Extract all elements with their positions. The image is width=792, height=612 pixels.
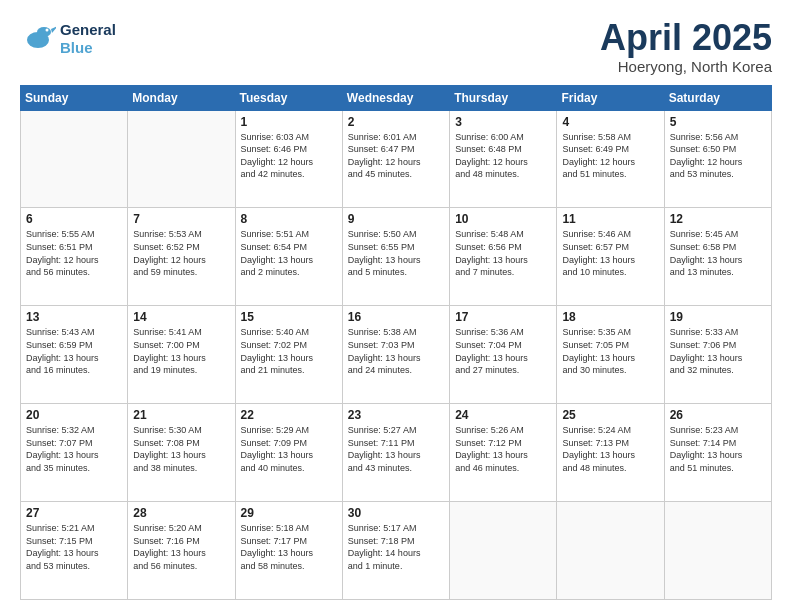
week-row-2: 6Sunrise: 5:55 AM Sunset: 6:51 PM Daylig… [21,208,772,306]
day-number: 14 [133,310,229,324]
day-cell: 14Sunrise: 5:41 AM Sunset: 7:00 PM Dayli… [128,306,235,404]
day-cell [128,110,235,208]
day-info: Sunrise: 5:56 AM Sunset: 6:50 PM Dayligh… [670,131,766,181]
day-info: Sunrise: 5:46 AM Sunset: 6:57 PM Dayligh… [562,228,658,278]
day-info: Sunrise: 5:30 AM Sunset: 7:08 PM Dayligh… [133,424,229,474]
day-number: 1 [241,115,337,129]
day-cell [557,502,664,600]
day-number: 7 [133,212,229,226]
day-info: Sunrise: 5:53 AM Sunset: 6:52 PM Dayligh… [133,228,229,278]
day-info: Sunrise: 5:21 AM Sunset: 7:15 PM Dayligh… [26,522,122,572]
day-cell: 3Sunrise: 6:00 AM Sunset: 6:48 PM Daylig… [450,110,557,208]
day-info: Sunrise: 6:03 AM Sunset: 6:46 PM Dayligh… [241,131,337,181]
day-info: Sunrise: 5:45 AM Sunset: 6:58 PM Dayligh… [670,228,766,278]
col-header-tuesday: Tuesday [235,85,342,110]
day-number: 12 [670,212,766,226]
day-info: Sunrise: 5:24 AM Sunset: 7:13 PM Dayligh… [562,424,658,474]
day-cell: 6Sunrise: 5:55 AM Sunset: 6:51 PM Daylig… [21,208,128,306]
day-number: 23 [348,408,444,422]
day-cell: 23Sunrise: 5:27 AM Sunset: 7:11 PM Dayli… [342,404,449,502]
svg-point-1 [37,27,51,37]
svg-marker-2 [51,26,56,33]
title-block: April 2025 Hoeryong, North Korea [600,18,772,75]
day-info: Sunrise: 5:40 AM Sunset: 7:02 PM Dayligh… [241,326,337,376]
day-number: 24 [455,408,551,422]
week-row-1: 1Sunrise: 6:03 AM Sunset: 6:46 PM Daylig… [21,110,772,208]
day-number: 21 [133,408,229,422]
col-header-wednesday: Wednesday [342,85,449,110]
day-number: 22 [241,408,337,422]
day-number: 5 [670,115,766,129]
day-info: Sunrise: 5:20 AM Sunset: 7:16 PM Dayligh… [133,522,229,572]
day-cell: 9Sunrise: 5:50 AM Sunset: 6:55 PM Daylig… [342,208,449,306]
day-number: 30 [348,506,444,520]
day-cell: 7Sunrise: 5:53 AM Sunset: 6:52 PM Daylig… [128,208,235,306]
day-info: Sunrise: 5:48 AM Sunset: 6:56 PM Dayligh… [455,228,551,278]
day-number: 4 [562,115,658,129]
day-cell: 17Sunrise: 5:36 AM Sunset: 7:04 PM Dayli… [450,306,557,404]
day-number: 28 [133,506,229,520]
day-number: 11 [562,212,658,226]
week-row-3: 13Sunrise: 5:43 AM Sunset: 6:59 PM Dayli… [21,306,772,404]
day-number: 15 [241,310,337,324]
logo: General Blue [20,18,116,59]
day-number: 27 [26,506,122,520]
day-number: 13 [26,310,122,324]
day-cell: 22Sunrise: 5:29 AM Sunset: 7:09 PM Dayli… [235,404,342,502]
day-info: Sunrise: 5:51 AM Sunset: 6:54 PM Dayligh… [241,228,337,278]
day-cell: 15Sunrise: 5:40 AM Sunset: 7:02 PM Dayli… [235,306,342,404]
day-cell: 5Sunrise: 5:56 AM Sunset: 6:50 PM Daylig… [664,110,771,208]
month-title: April 2025 [600,18,772,58]
page: General Blue April 2025 Hoeryong, North … [0,0,792,612]
day-number: 6 [26,212,122,226]
day-number: 17 [455,310,551,324]
day-cell: 18Sunrise: 5:35 AM Sunset: 7:05 PM Dayli… [557,306,664,404]
day-number: 3 [455,115,551,129]
day-info: Sunrise: 5:18 AM Sunset: 7:17 PM Dayligh… [241,522,337,572]
col-header-monday: Monday [128,85,235,110]
day-info: Sunrise: 6:00 AM Sunset: 6:48 PM Dayligh… [455,131,551,181]
day-info: Sunrise: 5:50 AM Sunset: 6:55 PM Dayligh… [348,228,444,278]
day-cell: 28Sunrise: 5:20 AM Sunset: 7:16 PM Dayli… [128,502,235,600]
day-info: Sunrise: 5:26 AM Sunset: 7:12 PM Dayligh… [455,424,551,474]
col-header-thursday: Thursday [450,85,557,110]
day-cell [664,502,771,600]
week-row-5: 27Sunrise: 5:21 AM Sunset: 7:15 PM Dayli… [21,502,772,600]
day-info: Sunrise: 5:38 AM Sunset: 7:03 PM Dayligh… [348,326,444,376]
day-cell: 8Sunrise: 5:51 AM Sunset: 6:54 PM Daylig… [235,208,342,306]
day-number: 19 [670,310,766,324]
logo-bird-icon [20,18,56,59]
svg-point-3 [46,29,49,32]
day-info: Sunrise: 5:33 AM Sunset: 7:06 PM Dayligh… [670,326,766,376]
day-cell: 21Sunrise: 5:30 AM Sunset: 7:08 PM Dayli… [128,404,235,502]
day-cell: 2Sunrise: 6:01 AM Sunset: 6:47 PM Daylig… [342,110,449,208]
day-info: Sunrise: 6:01 AM Sunset: 6:47 PM Dayligh… [348,131,444,181]
day-cell: 26Sunrise: 5:23 AM Sunset: 7:14 PM Dayli… [664,404,771,502]
calendar-table: SundayMondayTuesdayWednesdayThursdayFrid… [20,85,772,600]
day-number: 29 [241,506,337,520]
day-cell: 25Sunrise: 5:24 AM Sunset: 7:13 PM Dayli… [557,404,664,502]
day-cell: 27Sunrise: 5:21 AM Sunset: 7:15 PM Dayli… [21,502,128,600]
day-number: 2 [348,115,444,129]
day-cell [21,110,128,208]
day-number: 9 [348,212,444,226]
day-cell: 11Sunrise: 5:46 AM Sunset: 6:57 PM Dayli… [557,208,664,306]
day-info: Sunrise: 5:43 AM Sunset: 6:59 PM Dayligh… [26,326,122,376]
day-cell: 16Sunrise: 5:38 AM Sunset: 7:03 PM Dayli… [342,306,449,404]
location-subtitle: Hoeryong, North Korea [600,58,772,75]
day-info: Sunrise: 5:27 AM Sunset: 7:11 PM Dayligh… [348,424,444,474]
day-cell: 13Sunrise: 5:43 AM Sunset: 6:59 PM Dayli… [21,306,128,404]
day-number: 10 [455,212,551,226]
day-cell: 12Sunrise: 5:45 AM Sunset: 6:58 PM Dayli… [664,208,771,306]
day-number: 8 [241,212,337,226]
week-row-4: 20Sunrise: 5:32 AM Sunset: 7:07 PM Dayli… [21,404,772,502]
day-number: 16 [348,310,444,324]
day-info: Sunrise: 5:58 AM Sunset: 6:49 PM Dayligh… [562,131,658,181]
bird-svg [20,18,56,54]
logo-text: General Blue [60,21,116,57]
day-info: Sunrise: 5:32 AM Sunset: 7:07 PM Dayligh… [26,424,122,474]
day-cell: 24Sunrise: 5:26 AM Sunset: 7:12 PM Dayli… [450,404,557,502]
day-info: Sunrise: 5:41 AM Sunset: 7:00 PM Dayligh… [133,326,229,376]
day-info: Sunrise: 5:29 AM Sunset: 7:09 PM Dayligh… [241,424,337,474]
day-cell: 10Sunrise: 5:48 AM Sunset: 6:56 PM Dayli… [450,208,557,306]
